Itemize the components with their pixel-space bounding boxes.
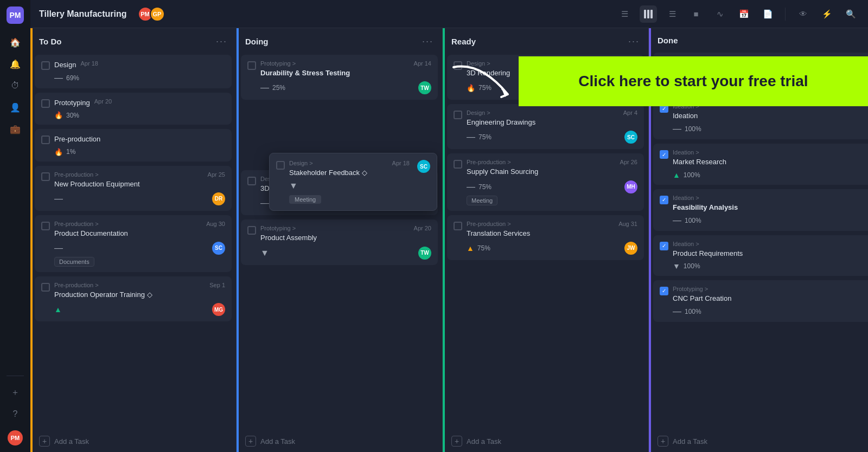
card-translation-services[interactable]: Pre-production > Translation Services Au… [447,215,644,260]
card-market-research-done[interactable]: Ideation > Market Research ▲ 100% [653,144,868,184]
toolbar-search[interactable]: 🔍 [842,5,859,23]
ready-cards: Design > 3D Rendering Apr 6 🔥 75% SC [443,53,648,430]
column-menu-ready[interactable]: ··· [628,36,640,47]
card-content-durability: Prototyping > Durability & Stress Testin… [260,60,410,78]
card-title-pd: Product Documentation [54,229,128,237]
checkbox-scs[interactable] [454,160,462,169]
card-parent-scs: Pre-production > [467,159,616,165]
progress-icon-pr-done: ▼ [673,262,680,270]
toolbar-file-view[interactable]: 📄 [759,5,776,23]
checkbox-design[interactable] [41,61,50,70]
checkbox-npe[interactable] [41,172,50,181]
toolbar-list-view[interactable]: ☰ [616,5,633,23]
card-content-popup: Design > Stakeholder Feedback ◇ [289,160,388,178]
card-prototyping[interactable]: Prototyping Apr 20 🔥 30% [35,93,232,125]
card-new-production-equipment[interactable]: Pre-production > New Production Equipmen… [35,166,232,211]
card-content-pot: Pre-production > Production Operator Tra… [54,282,205,300]
sidebar-item-portfolio[interactable]: 💼 [5,119,25,139]
card-title-3dr: 3D Rendering [467,69,510,77]
column-menu-todo[interactable]: ··· [216,36,227,47]
checkbox-popup[interactable] [276,161,285,170]
checkbox-mr-done[interactable] [660,150,668,159]
card-meta-prototyping: 🔥 30% [41,111,225,119]
toolbar-gantt-view[interactable]: ∿ [711,5,729,23]
checkbox-pa[interactable] [247,226,256,235]
progress-icon-ed: — [467,132,475,142]
checkbox-durability[interactable] [247,61,256,70]
add-task-label-todo: Add a Task [54,437,89,445]
add-task-ready[interactable]: + Add a Task [443,430,648,452]
card-date-design: Apr 18 [80,60,98,67]
checkbox-cnc-done[interactable] [660,287,668,295]
user-avatar[interactable]: PM [8,430,23,445]
card-product-req-done[interactable]: Ideation > Product Requirements ▼ 100% [653,235,868,276]
card-parent-cnc-done: Prototyping > [673,286,866,292]
toolbar-eye[interactable]: 👁 [794,5,812,23]
card-title-pr-done: Product Requirements [673,249,743,257]
add-task-todo[interactable]: + Add a Task [30,430,236,452]
sidebar-item-notifications[interactable]: 🔔 [5,54,25,74]
card-design[interactable]: Design Apr 18 — 69% [35,55,232,88]
sidebar-item-add[interactable]: ＋ [5,383,25,402]
checkbox-3dp[interactable] [247,177,256,185]
progress-icon-ideation-done: — [673,124,681,134]
checkbox-ed[interactable] [454,111,462,119]
card-supply-chain[interactable]: Pre-production > Supply Chain Sourcing A… [447,153,644,210]
checkbox-pr-done[interactable] [660,242,668,250]
card-production-operator-training[interactable]: Pre-production > Production Operator Tra… [35,276,232,321]
toolbar-doc-view[interactable]: ■ [687,5,705,23]
sidebar-item-help[interactable]: ? [5,404,25,424]
checkbox-pot[interactable] [41,283,50,292]
progress-value-pr-done: 100% [684,262,700,270]
card-meta-ed: — 75% SC [454,131,637,144]
card-date-prototyping: Apr 20 [94,98,112,105]
card-date-durability: Apr 14 [414,60,431,67]
card-feasibility-done[interactable]: Ideation > Feasibility Analysis — 100% [653,189,868,231]
card-engineering-drawings[interactable]: Design > Engineering Drawings Apr 4 — 75… [447,104,644,149]
app-logo[interactable]: PM [7,7,24,24]
card-title-popup: Stakeholder Feedback ◇ [289,169,367,177]
card-product-documentation[interactable]: Pre-production > Product Documentation A… [35,215,232,272]
column-menu-doing[interactable]: ··· [422,36,433,47]
column-header-done: Done [649,28,868,50]
checkbox-pd[interactable] [41,222,50,230]
stakeholder-feedback-popup[interactable]: Design > Stakeholder Feedback ◇ Apr 18 S… [269,153,437,211]
sidebar-item-team[interactable]: 👤 [5,98,25,117]
sidebar-item-home[interactable]: 🏠 [5,33,25,52]
card-cnc-done[interactable]: Prototyping > CNC Part Creation — 100% [653,280,868,322]
column-title-doing: Doing [245,37,418,46]
toolbar-calendar-view[interactable]: 📅 [735,5,752,23]
card-pre-production[interactable]: Pre-production 🔥 1% [35,129,232,161]
card-date-popup: Apr 18 [392,160,410,166]
card-meta-ts: ▲ 75% JW [454,242,637,255]
toolbar-board-view[interactable] [640,5,657,23]
dropdown-arrow: ▼ [276,181,430,191]
add-task-doing[interactable]: + Add a Task [237,430,442,452]
sidebar-item-time[interactable]: ⏱ [5,76,25,95]
kanban-board: To Do ··· Design Apr 18 — 69% [30,28,868,452]
checkbox-3dr[interactable] [454,61,462,70]
card-date-npe: Apr 25 [208,171,225,178]
card-parent-pr-done: Ideation > [673,241,866,247]
column-title-todo: To Do [39,37,212,46]
header: Tillery Manufacturing PM GP ☰ ☰ ■ ∿ 📅 📄 … [30,0,868,28]
checkbox-prototyping[interactable] [41,99,50,108]
add-task-label-done: Add a Task [673,437,707,445]
trial-banner[interactable]: Click here to start your free trial [519,56,868,106]
progress-icon-ts: ▲ [467,244,474,253]
toolbar-table-view[interactable]: ☰ [663,5,681,23]
card-durability[interactable]: Prototyping > Durability & Stress Testin… [241,55,438,100]
avatar-scs: MH [624,180,637,193]
card-title-pa: Product Assembly [260,234,317,242]
progress-value-fa-done: 100% [685,217,701,224]
card-product-assembly[interactable]: Prototyping > Product Assembly Apr 20 ▼ … [241,219,438,264]
checkbox-ts[interactable] [454,222,462,230]
card-bottom-scs: Meeting [454,196,637,205]
checkbox-fa-done[interactable] [660,196,668,204]
toolbar-filter[interactable]: ⚡ [818,5,835,23]
checkbox-pre-production[interactable] [41,135,50,144]
add-task-done[interactable]: + Add a Task [649,430,868,452]
avatar-gp[interactable]: GP [150,7,165,22]
column-title-done: Done [658,36,868,45]
card-parent-pa: Prototyping > [260,225,410,231]
